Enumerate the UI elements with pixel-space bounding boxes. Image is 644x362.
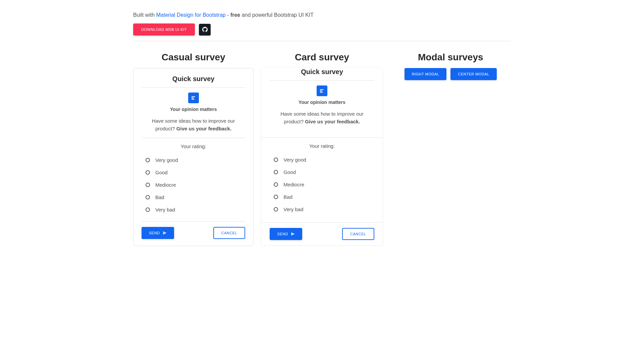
radio-icon xyxy=(274,182,278,187)
radio-good[interactable]: Good xyxy=(142,166,245,179)
rating-label: Your rating: xyxy=(270,143,374,149)
casual-survey-heading: Casual survey xyxy=(133,52,254,63)
radio-bad[interactable]: Bad xyxy=(270,191,374,203)
send-label: Send xyxy=(277,232,288,236)
radio-label: Mediocre xyxy=(155,182,176,188)
opinion-text: Your opinion matters xyxy=(270,100,374,105)
github-button[interactable] xyxy=(199,24,211,36)
svg-rect-1 xyxy=(192,98,194,98)
send-icon xyxy=(291,232,295,236)
text-free: free xyxy=(230,12,240,18)
radio-label: Bad xyxy=(283,194,292,200)
poll-icon xyxy=(188,93,199,103)
radio-label: Mediocre xyxy=(283,182,304,187)
prompt-text: Have some ideas how to improve our produ… xyxy=(142,117,245,138)
survey-title: Quick survey xyxy=(270,68,374,81)
svg-rect-5 xyxy=(320,92,323,93)
radio-very-good[interactable]: Very good xyxy=(142,154,245,166)
topbar: Built with Material Design for Bootstrap… xyxy=(133,0,511,41)
cancel-button[interactable]: Cancel xyxy=(213,227,246,239)
radio-good[interactable]: Good xyxy=(270,166,374,178)
radio-label: Bad xyxy=(155,194,164,200)
github-icon xyxy=(202,27,208,32)
prompt-bold: Give us your feedback. xyxy=(176,126,231,131)
cancel-button[interactable]: Cancel xyxy=(342,228,374,240)
radio-very-bad[interactable]: Very bad xyxy=(270,203,374,216)
opinion-text: Your opinion matters xyxy=(142,107,245,112)
radio-icon xyxy=(274,170,278,174)
send-icon xyxy=(163,231,167,235)
radio-bad[interactable]: Bad xyxy=(142,191,245,203)
radio-icon xyxy=(274,207,278,212)
radio-label: Very bad xyxy=(283,206,303,212)
text-rest: and powerful Bootstrap UI KIT xyxy=(240,12,314,18)
radio-mediocre[interactable]: Mediocre xyxy=(142,179,245,191)
radio-label: Good xyxy=(283,169,296,175)
mdb-link[interactable]: Material Design for Bootstrap xyxy=(156,12,225,18)
send-label: Send xyxy=(149,231,160,235)
radio-icon xyxy=(146,158,150,162)
radio-label: Very good xyxy=(283,157,306,163)
svg-rect-2 xyxy=(192,99,194,100)
radio-very-bad[interactable]: Very bad xyxy=(142,203,245,216)
prompt-bold: Give us your feedback. xyxy=(305,119,360,124)
radio-icon xyxy=(146,183,150,187)
radio-icon xyxy=(146,170,150,175)
svg-rect-4 xyxy=(320,90,322,91)
svg-rect-0 xyxy=(192,97,195,97)
radio-icon xyxy=(146,195,150,199)
text-dash: - xyxy=(226,12,230,18)
send-button[interactable]: Send xyxy=(270,228,302,240)
built-with-text: Built with Material Design for Bootstrap… xyxy=(133,12,511,18)
modal-surveys-heading: Modal surveys xyxy=(390,52,511,63)
right-modal-button[interactable]: Right Modal xyxy=(405,68,447,80)
radio-label: Very good xyxy=(155,157,178,163)
radio-icon xyxy=(274,195,278,199)
card-survey-panel: Quick survey Your opinion matters Have s… xyxy=(262,68,382,245)
rating-label: Your rating: xyxy=(142,143,245,149)
radio-icon xyxy=(146,207,150,212)
download-button[interactable]: Download MDB UI KIT xyxy=(133,23,195,36)
send-button[interactable]: Send xyxy=(142,227,174,239)
prompt-text: Have some ideas how to improve our produ… xyxy=(270,110,374,131)
svg-rect-3 xyxy=(320,89,324,90)
survey-title: Quick survey xyxy=(142,75,245,88)
radio-label: Good xyxy=(155,170,168,175)
casual-survey-panel: Quick survey Your opinion matters Have s… xyxy=(133,68,254,246)
radio-label: Very bad xyxy=(155,207,175,213)
radio-icon xyxy=(274,158,278,162)
radio-very-good[interactable]: Very good xyxy=(270,154,374,166)
text-built-with: Built with xyxy=(133,12,156,18)
card-survey-heading: Card survey xyxy=(262,52,382,63)
center-modal-button[interactable]: Center Modal xyxy=(450,68,496,80)
radio-mediocre[interactable]: Mediocre xyxy=(270,178,374,191)
poll-icon xyxy=(317,85,327,96)
